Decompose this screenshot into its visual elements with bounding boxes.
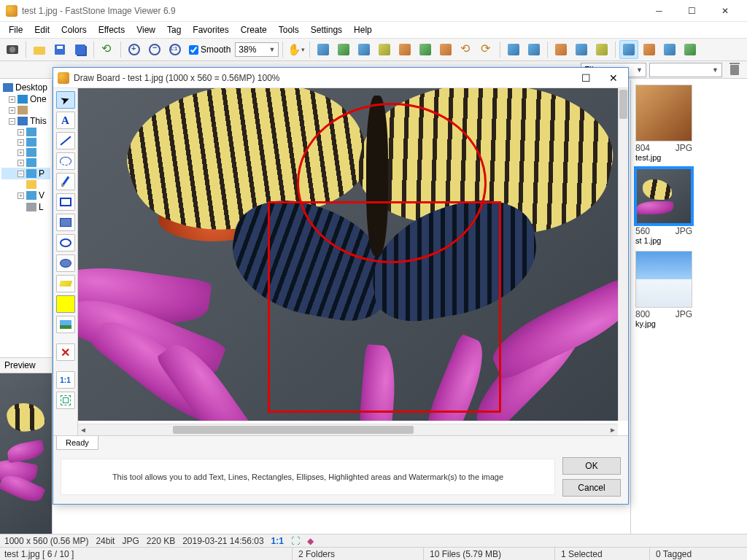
tree-desktop[interactable]: Desktop bbox=[1, 82, 50, 93]
dialog-maximize[interactable]: ☐ bbox=[576, 70, 596, 86]
minimize-button[interactable]: ─ bbox=[643, 0, 676, 22]
tool-text[interactable]: A bbox=[56, 112, 75, 129]
tree-item[interactable]: + bbox=[1, 158, 50, 168]
save-button[interactable] bbox=[50, 40, 69, 59]
scroll-thumb[interactable] bbox=[173, 426, 414, 434]
smooth-checkbox[interactable]: Smooth bbox=[189, 44, 231, 55]
tool-i[interactable] bbox=[525, 40, 543, 59]
tool-rect-filled[interactable] bbox=[56, 214, 75, 231]
tool-ellipse-filled[interactable] bbox=[56, 254, 75, 272]
rotate-r[interactable]: ⟳ bbox=[477, 40, 496, 59]
tree-item-selected[interactable]: −P bbox=[1, 168, 50, 179]
menu-help[interactable]: Help bbox=[348, 23, 378, 36]
dialog-close[interactable]: ✕ bbox=[603, 70, 624, 86]
view-detail[interactable] bbox=[660, 40, 679, 59]
scan-button[interactable] bbox=[551, 40, 570, 59]
zoomout-button[interactable] bbox=[145, 40, 164, 59]
saveall-button[interactable] bbox=[71, 40, 90, 59]
close-button[interactable]: ✕ bbox=[708, 0, 741, 22]
tree-item[interactable] bbox=[1, 179, 50, 190]
tool-d[interactable] bbox=[375, 40, 394, 59]
open-button[interactable] bbox=[30, 40, 49, 59]
tree-thispc[interactable]: −This bbox=[1, 115, 50, 127]
tool-c[interactable] bbox=[355, 40, 374, 59]
menu-effects[interactable]: Effects bbox=[93, 23, 131, 36]
annotation-rectangle[interactable] bbox=[268, 201, 501, 413]
tree-item[interactable]: + bbox=[1, 137, 50, 147]
tool-a[interactable] bbox=[314, 40, 333, 59]
menu-file[interactable]: File bbox=[3, 23, 28, 36]
tool-ellipse[interactable] bbox=[56, 234, 75, 252]
expander-icon[interactable]: + bbox=[18, 129, 24, 136]
filter-box[interactable]: ▼ bbox=[649, 63, 722, 77]
view-list[interactable] bbox=[640, 40, 659, 59]
tool-b[interactable] bbox=[334, 40, 353, 59]
scroll-right-icon[interactable]: ► bbox=[608, 426, 618, 434]
menu-tools[interactable]: Tools bbox=[273, 23, 305, 36]
tool-rect[interactable] bbox=[56, 193, 75, 211]
scroll-thumb[interactable] bbox=[619, 90, 627, 119]
pan-button[interactable]: ✋▾ bbox=[287, 40, 306, 59]
maximize-button[interactable]: ☐ bbox=[676, 0, 708, 22]
tool-clear[interactable]: ✕ bbox=[56, 343, 75, 361]
folder-tree[interactable]: Desktop +One + −This + + + + −P +V L bbox=[0, 80, 52, 357]
tool-highlight[interactable] bbox=[56, 275, 75, 292]
menu-tag[interactable]: Tag bbox=[161, 23, 187, 36]
expander-icon[interactable]: − bbox=[9, 118, 15, 125]
tree-item[interactable]: +V bbox=[1, 190, 50, 201]
tree-item[interactable]: + bbox=[1, 147, 50, 158]
tool-e[interactable] bbox=[395, 40, 414, 59]
menu-edit[interactable]: Edit bbox=[28, 23, 55, 36]
zoomin-button[interactable] bbox=[125, 40, 144, 59]
rotate-l[interactable]: ⟲ bbox=[457, 40, 476, 59]
scroll-left-icon[interactable]: ◄ bbox=[78, 426, 88, 434]
draw-canvas[interactable] bbox=[78, 88, 618, 421]
tool-line[interactable] bbox=[56, 132, 75, 149]
zoom-select[interactable]: 38%▼ bbox=[235, 42, 279, 57]
expander-icon[interactable]: + bbox=[18, 160, 24, 166]
menu-view[interactable]: View bbox=[131, 23, 161, 36]
acquire-button[interactable] bbox=[3, 40, 22, 59]
tool-pencil[interactable] bbox=[56, 173, 75, 190]
view-thumbs[interactable] bbox=[619, 40, 638, 59]
zoomactual-button[interactable] bbox=[166, 40, 185, 59]
expander-icon[interactable]: + bbox=[18, 139, 24, 146]
expander-icon[interactable]: + bbox=[9, 107, 15, 114]
menu-colors[interactable]: Colors bbox=[55, 23, 93, 36]
thumb-item[interactable]: 804JPG test.jpg bbox=[635, 85, 743, 162]
expander-icon[interactable]: + bbox=[18, 149, 24, 156]
tool-lasso[interactable] bbox=[56, 152, 75, 170]
tree-item[interactable]: + bbox=[1, 127, 50, 137]
tool-watermark[interactable] bbox=[56, 316, 75, 333]
scrollbar-horizontal[interactable]: ◄ ► bbox=[78, 424, 618, 435]
menu-create[interactable]: Create bbox=[235, 23, 273, 36]
print-button[interactable] bbox=[572, 40, 591, 59]
expander-icon[interactable]: + bbox=[9, 96, 15, 103]
ok-button[interactable]: OK bbox=[562, 457, 621, 475]
fullscreen-button[interactable] bbox=[681, 40, 700, 59]
cancel-button[interactable]: Cancel bbox=[562, 479, 621, 497]
smooth-check-input[interactable] bbox=[189, 45, 198, 55]
tool-cursor[interactable]: ➤ bbox=[56, 91, 75, 109]
dialog-titlebar[interactable]: Draw Board - test 1.jpg (1000 x 560 = 0.… bbox=[53, 68, 628, 88]
tree-onedrive[interactable]: +One bbox=[1, 93, 50, 105]
tool-f[interactable] bbox=[416, 40, 435, 59]
expander-icon[interactable]: + bbox=[18, 192, 24, 199]
tree-user[interactable]: + bbox=[1, 105, 50, 115]
dialog-tab-ready[interactable]: Ready bbox=[56, 436, 98, 450]
email-button[interactable] bbox=[592, 40, 611, 59]
thumb-item[interactable]: 800JPG ky.jpg bbox=[635, 251, 743, 328]
menu-settings[interactable]: Settings bbox=[305, 23, 348, 36]
expander-icon[interactable]: − bbox=[18, 171, 24, 177]
tool-zoom-11[interactable]: 1:1 bbox=[56, 371, 75, 389]
tool-zoom-fit[interactable] bbox=[56, 392, 75, 409]
delete-button[interactable] bbox=[725, 61, 744, 79]
undo-button[interactable]: ⟲ bbox=[98, 40, 117, 59]
scrollbar-vertical[interactable] bbox=[618, 88, 628, 421]
tool-g[interactable] bbox=[436, 40, 455, 59]
tree-item[interactable]: L bbox=[1, 201, 50, 213]
menu-favorites[interactable]: Favorites bbox=[187, 23, 234, 36]
tool-color[interactable] bbox=[56, 295, 75, 313]
thumb-item-selected[interactable]: 560JPG st 1.jpg bbox=[635, 168, 743, 245]
tool-h[interactable] bbox=[504, 40, 523, 59]
